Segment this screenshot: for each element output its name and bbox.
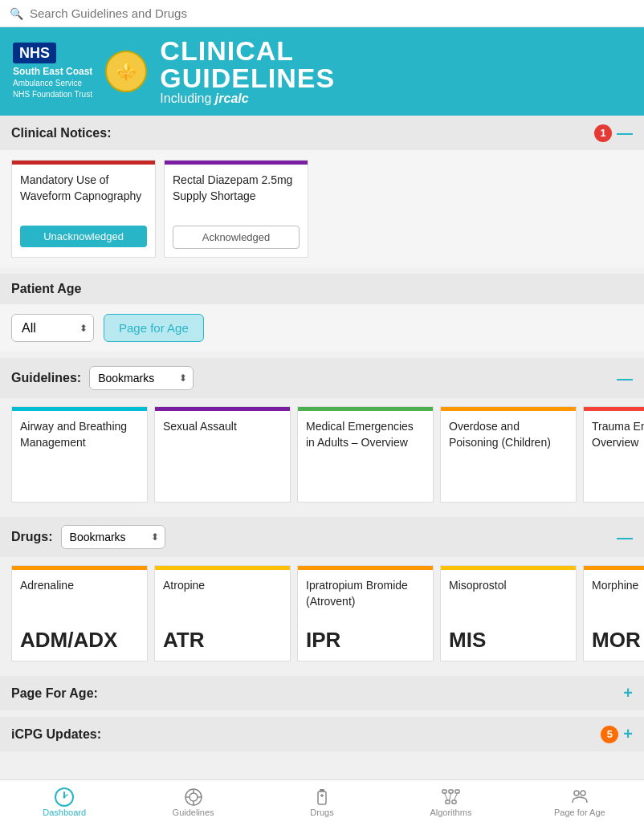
drug-card-3-body: Ipratropium Bromide (Atrovent) IPR	[298, 570, 433, 661]
drug-card-4-name: Misoprostol	[449, 578, 568, 594]
nhs-logo: NHS	[13, 43, 56, 63]
drug-card-5-abbr: MOR	[592, 628, 644, 653]
search-icon: 🔍	[10, 7, 23, 20]
nav-item-drugs[interactable]: Drugs	[258, 780, 386, 822]
drugs-label: Drugs:	[11, 530, 53, 544]
drug-card-3[interactable]: Ipratropium Bromide (Atrovent) IPR	[297, 565, 434, 661]
clinical-notices-badge: 1	[594, 124, 612, 142]
drugs-header-left: Drugs: Bookmarks All Recent	[11, 525, 165, 549]
svg-rect-12	[442, 790, 446, 793]
guidelines-header-left: Guidelines: Bookmarks All Recent	[11, 366, 194, 390]
search-input[interactable]	[30, 6, 634, 20]
svg-point-20	[574, 791, 579, 796]
svg-point-1	[63, 796, 66, 799]
acknowledged-button[interactable]: Acknowledged	[173, 226, 300, 249]
drug-card-2-name: Atropine	[163, 578, 282, 594]
drug-card-2[interactable]: Atropine ATR	[154, 565, 291, 661]
guidelines-dropdown-wrapper: Bookmarks All Recent	[89, 366, 194, 390]
drug-card-4-body: Misoprostol MIS	[441, 570, 576, 661]
guideline-card-4-body: Overdose and Poisoning (Children)	[441, 411, 576, 458]
drug-card-4-abbr: MIS	[449, 628, 568, 653]
guideline-card-5-body: Trauma Emergency Overview	[584, 411, 644, 458]
age-select[interactable]: All Neonate Infant Child Adult	[11, 314, 94, 342]
drug-card-5-body: Morphine MOR	[584, 570, 644, 661]
org-info: South East Coast Ambulance Service NHS F…	[13, 65, 92, 101]
guidelines-cards-scroll: Airway and Breathing Management Sexual A…	[0, 398, 644, 511]
clinical-notices-title: Clinical Notices:	[11, 126, 111, 140]
guidelines-header: Guidelines: Bookmarks All Recent —	[0, 358, 644, 398]
icpg-controls: 5 +	[601, 725, 633, 743]
notice-card-1[interactable]: Mandatory Use of Waveform Capnography Un…	[11, 160, 156, 258]
notice-card-1-body: Mandatory Use of Waveform Capnography	[12, 165, 155, 221]
drug-card-1-name: Adrenaline	[20, 578, 139, 594]
clinical-notices-collapse[interactable]: —	[617, 124, 633, 142]
unacknowledged-button[interactable]: Unacknowledged	[20, 226, 147, 247]
nav-label-guidelines: Guidelines	[173, 808, 214, 817]
svg-rect-16	[452, 800, 456, 804]
nav-item-guidelines[interactable]: Guidelines	[128, 780, 257, 822]
svg-line-19	[454, 793, 458, 800]
guideline-card-4[interactable]: Overdose and Poisoning (Children)	[440, 406, 577, 503]
svg-rect-9	[318, 791, 326, 804]
guideline-card-3-body: Medical Emergencies in Adults – Overview	[298, 411, 433, 458]
guideline-card-1[interactable]: Airway and Breathing Management	[11, 406, 148, 503]
nav-item-algorithms[interactable]: Algorithms	[386, 780, 515, 822]
page-for-age-expand[interactable]: +	[623, 684, 633, 702]
svg-rect-14	[455, 790, 459, 793]
svg-line-17	[445, 793, 448, 800]
nav-label-drugs: Drugs	[310, 808, 333, 817]
icpg-updates-title: iCPG Updates:	[11, 727, 101, 742]
nav-label-dashboard: Dashboard	[43, 808, 86, 817]
drug-card-1-body: Adrenaline ADM/ADX	[12, 570, 147, 661]
guidelines-label: Guidelines:	[11, 371, 81, 385]
notice-cards-row: Mandatory Use of Waveform Capnography Un…	[11, 160, 633, 258]
guideline-card-1-body: Airway and Breathing Management	[12, 411, 147, 458]
page-for-age-title: Page For Age:	[11, 686, 98, 701]
page-for-age-button[interactable]: Page for Age	[104, 314, 204, 342]
drug-card-2-abbr: ATR	[163, 628, 282, 653]
nav-item-page-for-age[interactable]: Page for Age	[516, 780, 644, 822]
notice-card-1-footer: Unacknowledged	[12, 221, 155, 255]
patient-age-title: Patient Age	[11, 282, 81, 296]
nav-label-page-for-age: Page for Age	[554, 808, 605, 817]
svg-rect-15	[446, 800, 450, 804]
guidelines-cards-row: Airway and Breathing Management Sexual A…	[11, 406, 644, 503]
drug-card-3-name: Ipratropium Bromide (Atrovent)	[306, 578, 425, 609]
drug-card-5[interactable]: Morphine MOR	[583, 565, 644, 661]
page-for-age-icon	[569, 787, 590, 808]
svg-point-3	[190, 793, 198, 801]
clinical-notices-controls: 1 —	[594, 124, 633, 142]
guideline-card-5[interactable]: Trauma Emergency Overview	[583, 406, 644, 503]
search-bar: 🔍	[0, 0, 644, 27]
guidelines-collapse[interactable]: —	[617, 369, 633, 388]
icpg-updates-section: iCPG Updates: 5 +	[0, 717, 644, 751]
bottom-nav: Dashboard Guidelines Drugs	[0, 779, 644, 822]
app-title: CLINICAL GUIDELINES Including jrcalc	[160, 37, 335, 106]
page-for-age-section: Page For Age: +	[0, 676, 644, 710]
svg-line-18	[450, 793, 451, 800]
app-header: NHS South East Coast Ambulance Service N…	[0, 27, 644, 116]
svg-point-21	[581, 791, 585, 796]
algorithms-icon	[440, 787, 461, 808]
drugs-dropdown[interactable]: Bookmarks All Recent	[61, 525, 165, 549]
guidelines-section: Guidelines: Bookmarks All Recent — Airwa…	[0, 358, 644, 511]
drugs-collapse[interactable]: —	[617, 528, 633, 547]
drug-card-4[interactable]: Misoprostol MIS	[440, 565, 577, 661]
icpg-updates-header: iCPG Updates: 5 +	[0, 717, 644, 751]
guideline-card-2[interactable]: Sexual Assault	[154, 406, 291, 503]
drugs-section: Drugs: Bookmarks All Recent — Adrenaline	[0, 517, 644, 669]
drugs-cards-scroll: Adrenaline ADM/ADX Atropine ATR Ipratrop…	[0, 557, 644, 669]
drug-card-1[interactable]: Adrenaline ADM/ADX	[11, 565, 148, 661]
guidelines-icon	[183, 787, 204, 808]
notice-card-2[interactable]: Rectal Diazepam 2.5mg Supply Shortage Ac…	[164, 160, 308, 258]
nav-item-dashboard[interactable]: Dashboard	[0, 780, 128, 822]
drugs-cards-row: Adrenaline ADM/ADX Atropine ATR Ipratrop…	[11, 565, 644, 661]
icpg-badge: 5	[601, 726, 618, 743]
drug-card-5-name: Morphine	[592, 578, 644, 594]
icpg-expand[interactable]: +	[623, 725, 633, 743]
guidelines-dropdown[interactable]: Bookmarks All Recent	[89, 366, 194, 390]
drug-card-2-body: Atropine ATR	[155, 570, 290, 661]
nav-label-algorithms: Algorithms	[430, 808, 471, 817]
guideline-card-3[interactable]: Medical Emergencies in Adults – Overview	[297, 406, 434, 503]
patient-age-section: Patient Age All Neonate Infant Child Adu…	[0, 274, 644, 352]
